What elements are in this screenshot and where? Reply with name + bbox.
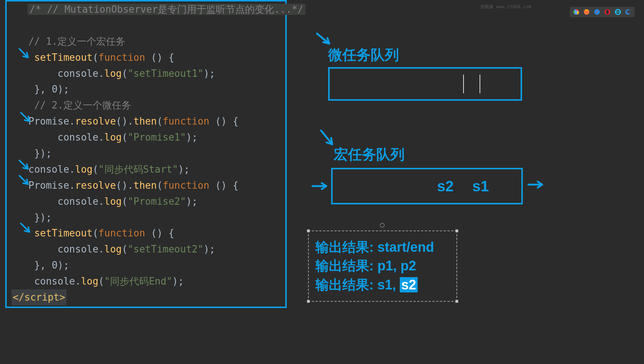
arrow-into-macro-icon — [311, 181, 330, 192]
console-ident: console — [57, 68, 98, 79]
console-ident: console — [34, 276, 75, 287]
str-settimeout1: "setTimeout1" — [128, 68, 204, 79]
settimeout-call: setTimeout — [34, 228, 93, 239]
output-line-1: 输出结果: start/end — [315, 238, 450, 257]
console-ident: console — [57, 244, 98, 255]
svg-point-8 — [606, 10, 609, 14]
selection-handle[interactable] — [455, 300, 458, 303]
edge-icon — [625, 9, 632, 15]
log-method: log — [104, 244, 122, 255]
macro-queue-box: s2 s1 — [331, 168, 523, 204]
queue-divider — [463, 75, 464, 93]
output-line-2: 输出结果: p1, p2 — [315, 257, 450, 275]
str-settimeout2: "setTimeout2" — [128, 244, 204, 255]
macro-queue-item: s1 — [472, 178, 489, 195]
watermark: 唐颖豪 www.it666.com — [480, 4, 531, 10]
safari-icon — [594, 9, 600, 15]
browser-icons — [570, 7, 635, 17]
comment-1: // 1.定义一个宏任务 — [28, 36, 125, 47]
rotate-handle-icon[interactable] — [380, 223, 384, 228]
output-line-3-prefix: 输出结果: s1, — [315, 277, 400, 292]
selection-handle[interactable] — [455, 229, 458, 232]
then-method: then — [133, 180, 157, 191]
str-start: "同步代码Start" — [98, 164, 178, 175]
svg-point-4 — [575, 11, 577, 13]
function-kw: function — [163, 116, 209, 127]
code-panel: /* // MutationObserver是专门用于监听节点的变化...*/ … — [5, 0, 287, 308]
code-arrow-icon — [19, 222, 33, 236]
selection-handle[interactable] — [307, 229, 310, 232]
str-promise2: "Promise2" — [128, 196, 186, 207]
resolve-method: resolve — [75, 116, 116, 127]
promise-ident: Promise — [28, 116, 69, 127]
str-end: "同步代码End" — [104, 276, 172, 287]
selection-handle[interactable] — [307, 300, 310, 303]
then-method: then — [133, 116, 157, 127]
code-editor[interactable]: /* // MutationObserver是专门用于监听节点的变化...*/ … — [7, 1, 285, 305]
function-kw: function — [98, 228, 145, 239]
arrow-out-macro-icon — [527, 179, 546, 190]
micro-queue-label: 微任务队列 — [328, 46, 399, 65]
macro-queue-label: 宏任务队列 — [334, 145, 405, 164]
delay-0: 0 — [52, 84, 58, 95]
comment-header: /* // MutationObserver是专门用于监听节点的变化...*/ — [28, 4, 305, 15]
console-ident: console — [57, 132, 98, 143]
queue-divider — [480, 75, 480, 93]
output-highlight: s2 — [400, 277, 418, 292]
macro-queue-item: s2 — [437, 178, 454, 195]
function-kw: function — [98, 52, 145, 63]
opera-icon — [604, 9, 611, 15]
closing-script-tag: </script> — [12, 289, 66, 305]
comment-2: // 2.定义一个微任务 — [34, 100, 131, 111]
code-arrow-icon — [18, 47, 32, 62]
function-kw: function — [163, 180, 209, 191]
log-method: log — [104, 196, 122, 207]
console-ident: console — [57, 196, 98, 207]
resolve-method: resolve — [75, 180, 116, 191]
code-arrow-icon — [19, 111, 33, 126]
log-method: log — [81, 276, 98, 287]
str-promise1: "Promise1" — [128, 132, 186, 143]
code-arrow-icon — [18, 174, 32, 189]
log-method: log — [75, 164, 92, 175]
delay-0: 0 — [52, 260, 58, 271]
chrome-icon — [573, 9, 579, 15]
settimeout-call: setTimeout — [34, 52, 93, 63]
output-box[interactable]: 输出结果: start/end 输出结果: p1, p2 输出结果: s1, s… — [308, 230, 457, 302]
console-ident: console — [28, 164, 69, 175]
code-arrow-icon — [18, 159, 32, 173]
micro-queue-box — [328, 67, 522, 101]
log-method: log — [104, 68, 122, 79]
promise-ident: Promise — [28, 180, 69, 191]
output-line-3: 输出结果: s1, s2 — [315, 276, 450, 294]
ie-icon — [615, 9, 621, 15]
firefox-icon — [583, 9, 590, 15]
log-method: log — [104, 132, 122, 143]
